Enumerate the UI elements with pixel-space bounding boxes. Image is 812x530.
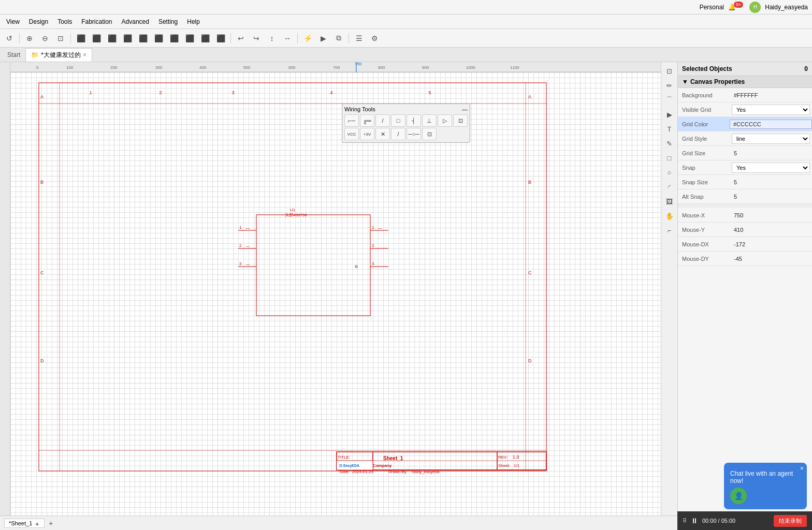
- toolbar-align-left[interactable]: ⬛: [74, 31, 88, 46]
- toolbar-layers[interactable]: ☰: [352, 31, 366, 46]
- rt-curve[interactable]: ⌒: [663, 93, 676, 107]
- svg-text:头部456798: 头部456798: [285, 213, 307, 217]
- rt-corner[interactable]: ⌐: [663, 224, 676, 237]
- wt-arrow[interactable]: ▷: [438, 114, 452, 127]
- tab-active[interactable]: 📁 *大健康发过的 ×: [25, 48, 92, 62]
- prop-visible-grid: Visible Grid Yes No: [678, 102, 812, 117]
- toolbar-zoom-fit[interactable]: ⊡: [53, 31, 68, 46]
- chat-close-button[interactable]: ×: [800, 465, 804, 472]
- prop-background-value[interactable]: #FFFFFF: [730, 90, 812, 100]
- right-tools: ⊡ ✏ ⌒ ▶ T ✎ □ ○ ◜ 🖼 ✋ ⌐: [661, 62, 677, 516]
- prop-snap-label: Snap: [678, 163, 730, 173]
- menu-help[interactable]: Help: [183, 17, 204, 27]
- wt-line[interactable]: /: [375, 114, 390, 127]
- rt-arrow[interactable]: ▶: [663, 108, 676, 121]
- wt-wire[interactable]: ⌐─: [344, 114, 359, 127]
- toolbar-align-center-h[interactable]: ⬛: [136, 31, 150, 46]
- rt-image[interactable]: 🖼: [663, 195, 676, 208]
- profile-selector[interactable]: Personal: [700, 4, 724, 11]
- toolbar-rotate-ccw[interactable]: ↔: [280, 31, 295, 46]
- toolbar-undo[interactable]: ↺: [2, 31, 17, 46]
- menu-fabrication[interactable]: Fabrication: [77, 17, 116, 27]
- svg-text:200: 200: [110, 65, 118, 70]
- toolbar-align-top[interactable]: ⬛: [105, 31, 119, 46]
- rt-circle[interactable]: ○: [663, 166, 676, 179]
- prop-visible-grid-label: Visible Grid: [678, 105, 730, 115]
- wt-bus-wire[interactable]: ╔═: [360, 114, 374, 127]
- toolbar-simulate[interactable]: ▶: [316, 31, 330, 46]
- wiring-tools-header[interactable]: Wiring Tools —: [344, 106, 468, 112]
- wt-vcc[interactable]: VCC: [344, 128, 359, 140]
- prop-grid-style-select[interactable]: line dot: [732, 134, 810, 144]
- toolbar-zoom-out[interactable]: ⊖: [38, 31, 52, 46]
- canvas-area[interactable]: A B C D A B C D 1 2 3 4 5 U1 头部456798: [10, 72, 661, 516]
- canvas-wrapper[interactable]: 0 100 200 300 400 500 600 700 750 800 90…: [10, 62, 661, 516]
- toolbar-flip-v[interactable]: ↪: [249, 31, 264, 46]
- wt-cross[interactable]: ✕: [375, 128, 390, 140]
- rt-arc[interactable]: ◜: [663, 180, 676, 194]
- toolbar-share[interactable]: ⚙: [367, 31, 382, 46]
- wt-connect[interactable]: ─○─: [407, 128, 421, 140]
- toolbar-convert[interactable]: ⧉: [331, 31, 346, 46]
- prop-mouse-x-label: Mouse-X: [678, 210, 730, 220]
- toolbar-netlist[interactable]: ⚡: [300, 31, 315, 46]
- prop-snap: Snap Yes No: [678, 160, 812, 175]
- prop-mouse-y: Mouse-Y 410: [678, 223, 812, 237]
- menu-setting[interactable]: Setting: [154, 17, 182, 27]
- toolbar-zoom-in[interactable]: ⊕: [22, 31, 37, 46]
- properties-panel: Selected Objects 0 ▼ Canvas Properties B…: [677, 62, 812, 516]
- chat-avatar: 👤: [730, 488, 801, 504]
- toolbar-rotate-cw[interactable]: ↕: [265, 31, 279, 46]
- prop-grid-color-value[interactable]: #CCCCCC: [730, 120, 812, 129]
- add-sheet-button[interactable]: +: [49, 519, 53, 527]
- rt-text[interactable]: T: [663, 122, 676, 136]
- svg-text:500: 500: [243, 65, 251, 70]
- rt-erase[interactable]: ✎: [663, 137, 676, 150]
- menu-view[interactable]: View: [2, 17, 24, 27]
- rt-rect[interactable]: □: [663, 151, 676, 165]
- toolbar-distribute-v[interactable]: ⬛: [182, 31, 197, 46]
- section-expand-icon[interactable]: ▼: [682, 78, 688, 85]
- prop-snap-size-value: 5: [730, 177, 812, 187]
- toolbar-distribute-h[interactable]: ⬛: [167, 31, 181, 46]
- end-recording-button[interactable]: 结束录制: [774, 515, 807, 527]
- svg-text:2024-01-23: 2024-01-23: [352, 469, 373, 474]
- tab-close-icon[interactable]: ×: [83, 51, 86, 58]
- menu-tools[interactable]: Tools: [53, 17, 76, 27]
- svg-text:—: —: [378, 226, 382, 230]
- media-pause-icon[interactable]: ⏸: [691, 517, 698, 525]
- wt-ic[interactable]: ⊡: [422, 128, 437, 140]
- svg-text:1: 1: [239, 225, 242, 230]
- prop-snap-select[interactable]: Yes No: [732, 163, 810, 173]
- rt-pencil[interactable]: ✏: [663, 79, 676, 92]
- wt-power[interactable]: ⊡: [453, 114, 468, 127]
- toolbar-align-center-v[interactable]: ⬛: [151, 31, 166, 46]
- wt-junction[interactable]: ┤: [407, 114, 421, 127]
- sheet-tab-dropdown-icon[interactable]: ▲: [34, 520, 40, 526]
- rt-select[interactable]: ⊡: [663, 64, 676, 78]
- media-dots-icon[interactable]: ⠿: [683, 518, 687, 524]
- svg-text:3: 3: [239, 261, 242, 266]
- chat-widget[interactable]: × Chat live with an agent now! 👤: [724, 463, 807, 509]
- wt-rect[interactable]: □: [391, 114, 405, 127]
- sheet-tab-1[interactable]: *Sheet_1 ▲: [4, 519, 45, 528]
- prop-grid-color-label: Grid Color: [678, 119, 730, 129]
- prop-visible-grid-select[interactable]: Yes No: [732, 105, 810, 115]
- toolbar-flip-h[interactable]: ↩: [234, 31, 248, 46]
- wiring-tools-minimize[interactable]: —: [462, 106, 468, 112]
- wiring-tools-grid: ⌐─ ╔═ / □ ┤ ⊥ ▷ ⊡ VCC +3V ✕ / ─○─ ⊡: [344, 114, 468, 140]
- prop-mouse-dy: Mouse-DY -45: [678, 252, 812, 266]
- menu-advanced[interactable]: Advanced: [118, 17, 153, 27]
- notification-icon[interactable]: 🔔9+: [728, 4, 745, 11]
- wt-net-label[interactable]: ⊥: [422, 114, 437, 127]
- svg-text:A: A: [528, 94, 531, 99]
- wt-3v[interactable]: +3V: [360, 128, 374, 140]
- tab-start[interactable]: Start: [2, 49, 25, 61]
- wt-probe[interactable]: /: [391, 128, 405, 140]
- toolbar-align-right[interactable]: ⬛: [89, 31, 104, 46]
- menu-design[interactable]: Design: [25, 17, 52, 27]
- toolbar-btn-10[interactable]: ⬛: [213, 31, 228, 46]
- toolbar-btn-9[interactable]: ⬛: [198, 31, 212, 46]
- toolbar-align-bottom[interactable]: ⬛: [120, 31, 135, 46]
- rt-hand[interactable]: ✋: [663, 209, 676, 223]
